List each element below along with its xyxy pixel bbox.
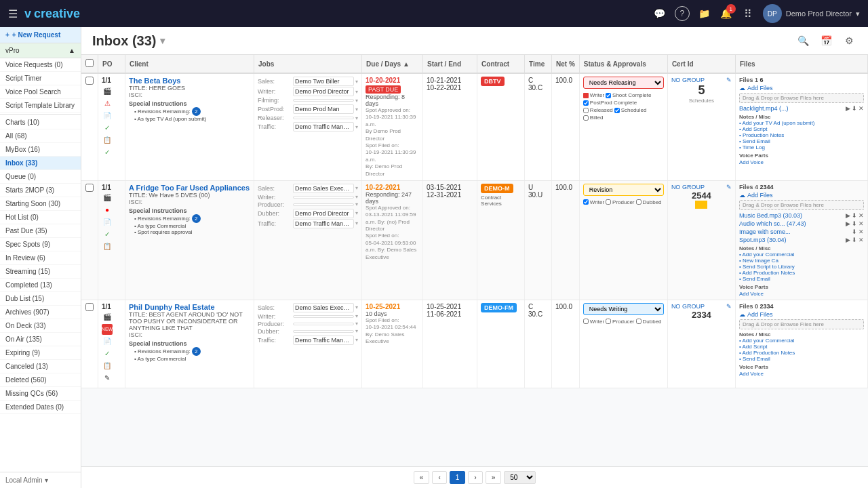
select-all-checkbox[interactable] <box>85 59 94 67</box>
page-1-button[interactable]: 1 <box>450 471 466 484</box>
download-icon[interactable]: ⬇ <box>852 220 857 227</box>
sidebar-item-starts-2mop[interactable]: Starts 2MOP (3) <box>0 184 81 197</box>
sidebar-item-dub-list[interactable]: Dub List (15) <box>0 292 81 306</box>
sidebar-item-all[interactable]: All (68) <box>0 129 81 143</box>
row-checkbox[interactable] <box>85 184 94 192</box>
note-production-notes[interactable]: Production Notes <box>739 132 864 138</box>
shoot-complete-checkbox[interactable] <box>606 93 611 98</box>
delete-icon[interactable]: ✕ <box>859 228 864 235</box>
sidebar-item-spec-spots[interactable]: Spec Spots (9) <box>0 238 81 251</box>
help-icon[interactable]: ? <box>675 6 690 21</box>
folder-icon[interactable]: 📁 <box>698 7 711 20</box>
sidebar-item-hot-list[interactable]: Hot List (0) <box>0 211 81 224</box>
note-send-email[interactable]: Send Email <box>739 276 864 282</box>
add-voice-link[interactable]: Add Voice <box>739 291 764 297</box>
add-files-button[interactable]: ☁ Add Files <box>739 192 864 199</box>
note-add-script[interactable]: Add Script <box>739 344 864 350</box>
download-icon[interactable]: ⬇ <box>852 212 857 219</box>
row-checkbox-cell[interactable] <box>81 300 98 388</box>
sidebar-item-in-review[interactable]: In Review (6) <box>0 251 81 265</box>
delete-icon[interactable]: ✕ <box>859 237 864 243</box>
first-page-button[interactable]: « <box>414 471 430 484</box>
per-page-select[interactable]: 25 50 100 <box>504 471 536 484</box>
delete-icon[interactable]: ✕ <box>859 220 864 227</box>
drop-zone[interactable]: Drag & Drop or Browse Files here <box>739 319 864 329</box>
sidebar-item-completed[interactable]: Completed (13) <box>0 279 81 292</box>
add-voice-link[interactable]: Add Voice <box>739 159 764 165</box>
note-new-image[interactable]: New Image Ca <box>739 258 864 264</box>
drop-zone[interactable]: Drag & Drop or Browse Files here <box>739 200 864 210</box>
status-dropdown[interactable]: Revision <box>583 184 664 196</box>
header-due[interactable]: Due / Days ▲ <box>362 55 423 73</box>
dubbed-checkbox[interactable] <box>636 199 642 205</box>
sidebar-item-streaming[interactable]: Streaming (15) <box>0 265 81 279</box>
writer-checkbox[interactable] <box>583 319 589 324</box>
download-icon[interactable]: ⬇ <box>852 237 857 243</box>
sidebar-item-voice-pool-search[interactable]: Voice Pool Search <box>0 85 81 99</box>
note-production-notes[interactable]: Add Production Notes <box>739 270 864 276</box>
note-add-script[interactable]: Add Script <box>739 126 864 132</box>
sidebar-item-canceled[interactable]: Canceled (13) <box>0 360 81 373</box>
settings-icon[interactable]: ⚙ <box>841 33 857 49</box>
local-admin-toggle[interactable]: Local Admin ▾ <box>0 472 81 488</box>
sidebar-item-voice-requests[interactable]: Voice Requests (0) <box>0 58 81 72</box>
scheduled-checkbox[interactable] <box>614 108 620 113</box>
row-checkbox[interactable] <box>85 77 94 85</box>
note-time-log[interactable]: Time Log <box>739 144 864 150</box>
notification-icon[interactable]: 🔔 1 <box>719 7 733 20</box>
file-name[interactable]: Music Bed.mp3 (30.03) <box>739 212 802 219</box>
sidebar-item-on-air[interactable]: On Air (135) <box>0 333 81 346</box>
delete-icon[interactable]: ✕ <box>859 105 864 112</box>
row-checkbox-cell[interactable] <box>81 73 98 180</box>
calendar-icon[interactable]: 📅 <box>818 33 834 49</box>
file-name[interactable]: Audio which sc... (47.43) <box>739 220 806 227</box>
delete-icon[interactable]: ✕ <box>859 212 864 219</box>
sidebar-item-script-timer[interactable]: Script Timer <box>0 72 81 85</box>
search-icon[interactable]: 🔍 <box>795 33 811 49</box>
sidebar-item-charts[interactable]: Charts (10) <box>0 116 81 129</box>
play-icon[interactable]: ▶ <box>846 220 850 227</box>
producer-checkbox[interactable] <box>606 319 611 324</box>
last-page-button[interactable]: » <box>486 471 502 484</box>
file-name[interactable]: Spot.mp3 (30.04) <box>739 237 787 243</box>
cert-edit-icon[interactable]: ✎ <box>726 77 732 83</box>
note-send-email[interactable]: Send Email <box>739 138 864 144</box>
play-icon[interactable]: ▶ <box>846 105 850 112</box>
chat-icon[interactable]: 💬 <box>653 7 667 20</box>
sidebar-item-queue[interactable]: Queue (0) <box>0 170 81 184</box>
status-dropdown[interactable]: Needs Releasing <box>583 77 664 89</box>
new-request-button[interactable]: + + New Request <box>0 27 81 43</box>
cert-edit-icon[interactable]: ✎ <box>726 303 732 310</box>
next-page-button[interactable]: › <box>468 471 482 484</box>
sidebar-item-script-template[interactable]: Script Template Library <box>0 99 81 113</box>
sidebar-item-extended-dates[interactable]: Extended Dates (0) <box>0 401 81 414</box>
add-files-button[interactable]: ☁ Add Files <box>739 311 864 318</box>
play-icon[interactable]: ▶ <box>846 237 850 243</box>
dubbed-checkbox[interactable] <box>636 319 642 324</box>
sidebar-item-deleted[interactable]: Deleted (560) <box>0 373 81 387</box>
note-send-script[interactable]: Send Script to Library <box>739 264 864 270</box>
download-icon[interactable]: ⬇ <box>852 228 857 235</box>
file-name[interactable]: Backlight.mp4 (...) <box>739 105 789 112</box>
add-files-button[interactable]: ☁ Add Files <box>739 85 864 92</box>
row-checkbox[interactable] <box>85 303 94 311</box>
header-checkbox[interactable] <box>81 55 98 73</box>
file-name[interactable]: Image with some... <box>739 228 791 235</box>
vpro-toggle[interactable]: vPro ▲ <box>0 43 81 58</box>
sidebar-item-missing-qcs[interactable]: Missing QCs (56) <box>0 387 81 401</box>
user-menu[interactable]: DP Demo Prod Director ▾ <box>763 4 860 23</box>
note-add-tv[interactable]: Add your TV Ad (upon submit) <box>739 120 864 126</box>
sidebar-item-archives[interactable]: Archives (907) <box>0 306 81 319</box>
cert-edit-icon[interactable]: ✎ <box>726 184 732 190</box>
note-add-commercial[interactable]: Add your Commercial <box>739 338 864 344</box>
writer-checkbox[interactable] <box>583 199 589 205</box>
released-checkbox[interactable] <box>583 108 589 113</box>
prev-page-button[interactable]: ‹ <box>432 471 446 484</box>
hamburger-icon[interactable]: ☰ <box>8 7 18 20</box>
note-send-email[interactable]: Send Email <box>739 356 864 362</box>
page-title-dropdown-icon[interactable]: ▾ <box>160 35 165 46</box>
sidebar-item-starting-soon[interactable]: Starting Soon (30) <box>0 197 81 211</box>
apps-grid-icon[interactable]: ⠿ <box>741 7 755 20</box>
sidebar-item-expiring[interactable]: Expiring (9) <box>0 346 81 360</box>
download-icon[interactable]: ⬇ <box>852 105 857 112</box>
